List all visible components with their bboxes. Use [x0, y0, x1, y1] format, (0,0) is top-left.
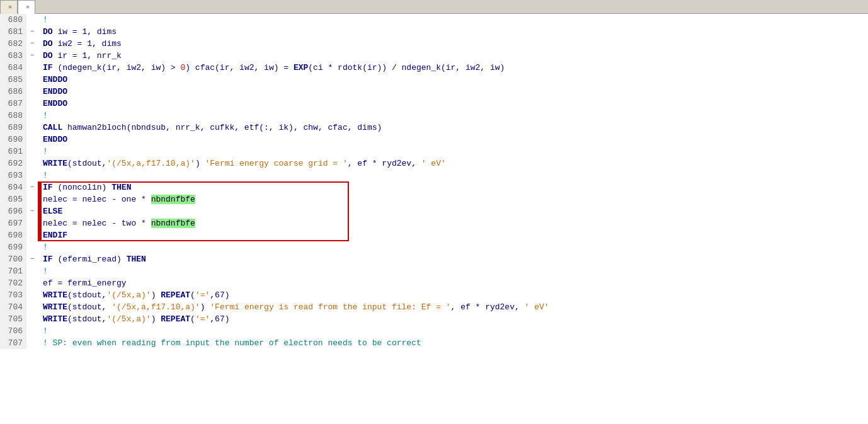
editor: 680 !681− DO iw = 1, dims682− DO iw2 = 1…: [0, 14, 868, 349]
table-row: 707 ! SP: even when reading from input t…: [0, 337, 549, 349]
line-number: 701: [0, 265, 26, 277]
collapse-icon: [26, 98, 38, 110]
code-line: !: [40, 146, 48, 158]
line-number: 683: [0, 50, 26, 62]
close-icon[interactable]: ✕: [8, 3, 12, 11]
collapse-icon[interactable]: −: [26, 253, 38, 265]
line-number: 681: [0, 26, 26, 38]
code-line: WRITE(stdout,'(/5x,a)') REPEAT('=',67): [40, 313, 230, 325]
table-row: 698 ENDIF: [0, 229, 549, 241]
collapse-icon[interactable]: −: [26, 50, 38, 62]
table-row: 702 ef = fermi_energy: [0, 277, 549, 289]
collapse-icon: [26, 74, 38, 86]
code-line: !: [40, 169, 48, 181]
table-row: 694− IF (noncolin) THEN: [0, 181, 549, 193]
collapse-icon: [26, 14, 38, 26]
collapse-icon: [26, 265, 38, 277]
line-number: 687: [0, 98, 26, 110]
code-line: !: [40, 110, 48, 122]
tab-ephwann-shuffle-mem[interactable]: ✕: [18, 0, 35, 14]
table-row: 701 !: [0, 265, 549, 277]
collapse-icon: [26, 122, 38, 134]
table-row: 682− DO iw2 = 1, dims: [0, 38, 549, 50]
line-number: 704: [0, 301, 26, 313]
collapse-icon[interactable]: −: [26, 38, 38, 50]
tab-ephwann-shuffle[interactable]: ✕: [0, 0, 18, 14]
collapse-icon: [26, 277, 38, 289]
code-line: !: [40, 14, 48, 26]
collapse-icon[interactable]: −: [26, 181, 38, 193]
code-line: ef = fermi_energy: [40, 277, 127, 289]
line-number: 706: [0, 325, 26, 337]
code-line: !: [40, 241, 48, 253]
table-row: 687 ENDDO: [0, 98, 549, 110]
table-row: 700− IF (efermi_read) THEN: [0, 253, 549, 265]
line-number: 689: [0, 122, 26, 134]
collapse-icon: [26, 134, 38, 146]
collapse-icon: [26, 241, 38, 253]
code-line: ENDDO: [40, 74, 67, 86]
line-number: 700: [0, 253, 26, 265]
table-row: 706 !: [0, 325, 549, 337]
table-row: 705 WRITE(stdout,'(/5x,a)') REPEAT('=',6…: [0, 313, 549, 325]
code-line: CALL hamwan2bloch(nbndsub, nrr_k, cufkk,…: [40, 122, 382, 134]
line-number: 698: [0, 229, 26, 241]
code-line: ENDDO: [40, 86, 67, 98]
line-number: 688: [0, 110, 26, 122]
table-row: 693 !: [0, 169, 549, 181]
table-row: 685 ENDDO: [0, 74, 549, 86]
code-container: 680 !681− DO iw = 1, dims682− DO iw2 = 1…: [0, 14, 549, 349]
code-line: ENDDO: [40, 134, 67, 146]
line-number: 697: [0, 217, 26, 229]
collapse-icon: [26, 217, 38, 229]
code-area: 680 !681− DO iw = 1, dims682− DO iw2 = 1…: [0, 14, 868, 349]
code-line: WRITE(stdout,'(/5x,a,f17.10,a)') 'Fermi …: [40, 158, 446, 169]
line-number: 693: [0, 169, 26, 181]
line-number: 685: [0, 74, 26, 86]
code-line: DO ir = 1, nrr_k: [40, 50, 122, 62]
table-row: 697 nelec = nelec - two * nbndnfbfe: [0, 217, 549, 229]
line-number: 686: [0, 86, 26, 98]
line-number: 705: [0, 313, 26, 325]
tab-bar: ✕ ✕: [0, 0, 868, 14]
collapse-icon: [26, 289, 38, 301]
code-line: !: [40, 265, 48, 277]
collapse-icon: [26, 110, 38, 122]
code-line: ! SP: even when reading from input the n…: [40, 337, 421, 349]
table-row: 684 IF (ndegen_k(ir, iw2, iw) > 0) cfac(…: [0, 62, 549, 74]
line-number: 707: [0, 337, 26, 349]
code-line: IF (efermi_read) THEN: [40, 253, 146, 265]
collapse-icon: [26, 337, 38, 349]
code-line: IF (noncolin) THEN: [40, 181, 131, 193]
collapse-icon: [26, 229, 38, 241]
collapse-icon: [26, 62, 38, 74]
table-row: 689 CALL hamwan2bloch(nbndsub, nrr_k, cu…: [0, 122, 549, 134]
collapse-icon: [26, 146, 38, 158]
line-number: 692: [0, 158, 26, 169]
code-line: IF (ndegen_k(ir, iw2, iw) > 0) cfac(ir, …: [40, 62, 505, 74]
code-line: !: [40, 325, 48, 337]
line-number: 696: [0, 205, 26, 217]
line-number: 703: [0, 289, 26, 301]
line-number: 702: [0, 277, 26, 289]
close-icon[interactable]: ✕: [26, 3, 30, 11]
line-number: 691: [0, 146, 26, 158]
line-number: 695: [0, 193, 26, 205]
code-line: nelec = nelec - two * nbndnfbfe: [40, 217, 195, 229]
collapse-icon: [26, 86, 38, 98]
collapse-icon: [26, 169, 38, 181]
collapse-icon[interactable]: −: [26, 205, 38, 217]
line-number: 684: [0, 62, 26, 74]
code-line: ENDDO: [40, 98, 67, 110]
line-number: 690: [0, 134, 26, 146]
code-line: ELSE: [40, 205, 62, 217]
table-row: 699 !: [0, 241, 549, 253]
line-number: 694: [0, 181, 26, 193]
collapse-icon: [26, 193, 38, 205]
code-line: DO iw2 = 1, dims: [40, 38, 122, 50]
line-number: 699: [0, 241, 26, 253]
table-row: 703 WRITE(stdout,'(/5x,a)') REPEAT('=',6…: [0, 289, 549, 301]
table-row: 691 !: [0, 146, 549, 158]
code-line: WRITE(stdout,'(/5x,a)') REPEAT('=',67): [40, 289, 230, 301]
collapse-icon[interactable]: −: [26, 26, 38, 38]
